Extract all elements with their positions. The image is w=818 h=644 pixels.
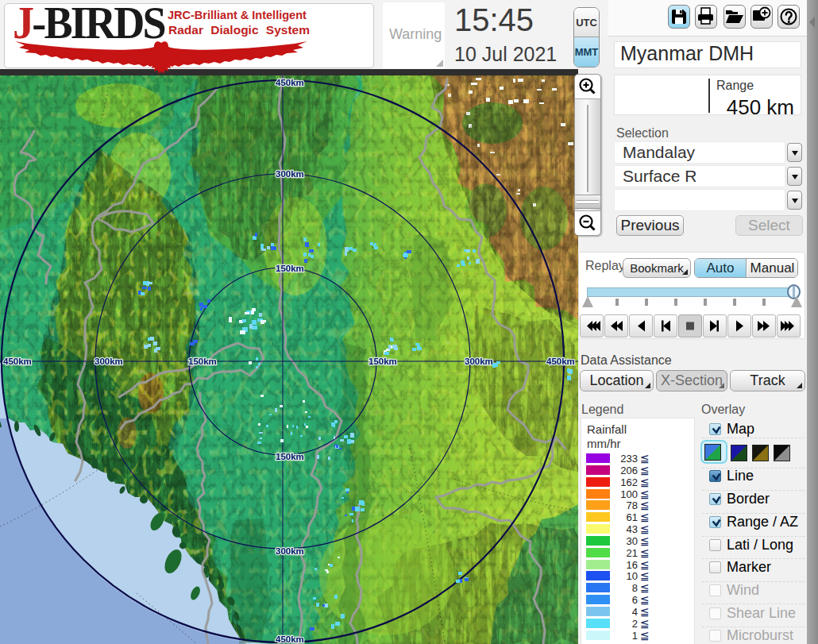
svg-text:450km: 450km [276, 634, 304, 644]
svg-text:300km: 300km [95, 357, 123, 366]
svg-text:150km: 150km [276, 264, 304, 273]
svg-text:450km: 450km [276, 78, 304, 87]
svg-text:150km: 150km [368, 357, 397, 366]
svg-text:450km: 450km [3, 357, 32, 366]
svg-text:150km: 150km [276, 452, 304, 461]
svg-text:300km: 300km [276, 169, 304, 179]
svg-text:150km: 150km [188, 357, 217, 366]
svg-text:300km: 300km [465, 357, 493, 366]
svg-text:300km: 300km [276, 546, 304, 556]
svg-text:450km: 450km [546, 357, 575, 366]
